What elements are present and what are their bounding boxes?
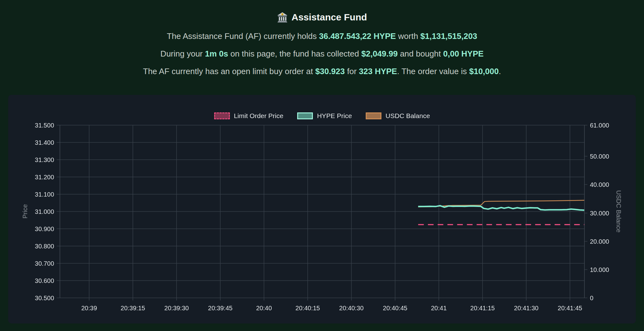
fund-chart[interactable] — [8, 95, 636, 323]
order-text-3: . The order value is — [397, 67, 469, 76]
usdc-axis-title: USDC Balance — [615, 190, 622, 233]
session-collected-usd: $2,049.99 — [361, 49, 398, 58]
bank-icon: $ — [277, 12, 288, 23]
fund-holdings-line: The Assistance Fund (AF) currently holds… — [0, 31, 644, 41]
page-title: $ Assistance Fund — [0, 11, 644, 24]
holdings-hype-amount: 36.487.543,22 HYPE — [319, 31, 396, 41]
session-text-2: on this page, the fund has collected — [228, 49, 361, 58]
holdings-usd-value: $1,131,515,203 — [420, 31, 477, 41]
session-bought-hype: 0,00 HYPE — [443, 49, 484, 58]
session-text-3: and bought — [398, 49, 443, 58]
chart-panel: Limit Order Price HYPE Price USDC Balanc… — [8, 95, 636, 323]
assistance-fund-page: { "header": { "title_icon_char": "🏦", "t… — [0, 0, 644, 331]
legend-item-limit-order-price[interactable]: Limit Order Price — [214, 112, 284, 120]
holdings-text: The Assistance Fund (AF) currently holds — [167, 31, 319, 41]
order-text-1: The AF currently has an open limit buy o… — [143, 67, 315, 76]
hype-price-swatch — [297, 112, 313, 119]
page-title-text: Assistance Fund — [291, 11, 367, 24]
order-hype-size: 323 HYPE — [359, 67, 397, 76]
limit-order-price-swatch — [214, 112, 230, 119]
order-usd-value: $10,000 — [469, 67, 499, 76]
legend-item-usdc-balance[interactable]: USDC Balance — [366, 112, 430, 120]
legend-item-hype-price[interactable]: HYPE Price — [297, 112, 352, 120]
holdings-worth-text: worth — [396, 31, 420, 41]
session-text-1: During your — [160, 49, 205, 58]
open-order-line: The AF currently has an open limit buy o… — [0, 66, 644, 77]
legend-label-limit-order-price: Limit Order Price — [234, 112, 284, 120]
session-duration: 1m 0s — [205, 49, 228, 58]
order-text-2: for — [345, 67, 359, 76]
price-axis-title: Price — [22, 204, 29, 219]
legend-label-usdc-balance: USDC Balance — [386, 112, 430, 120]
session-stats-line: During your 1m 0s on this page, the fund… — [0, 48, 644, 59]
order-text-4: . — [499, 67, 501, 76]
legend-label-hype-price: HYPE Price — [317, 112, 352, 120]
chart-legend: Limit Order Price HYPE Price USDC Balanc… — [8, 112, 636, 120]
svg-text:$: $ — [282, 13, 283, 16]
order-limit-price: $30.923 — [315, 67, 345, 76]
usdc-balance-swatch — [366, 112, 381, 119]
header: $ Assistance Fund The Assistance Fund (A… — [0, 0, 644, 77]
